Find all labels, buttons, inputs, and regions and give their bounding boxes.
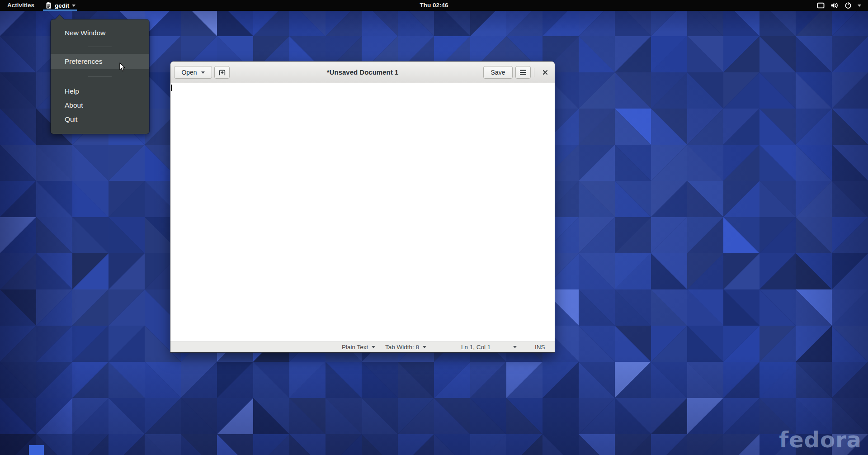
- gedit-icon: [45, 2, 52, 9]
- chevron-down-icon: [201, 71, 205, 74]
- tab-width-label: Tab Width: 8: [385, 344, 419, 351]
- chevron-down-icon: [423, 346, 426, 348]
- close-icon: [542, 69, 548, 76]
- menu-separator: [51, 40, 149, 54]
- menu-item-new-window[interactable]: New Window: [51, 26, 149, 40]
- hamburger-menu-icon: [520, 70, 526, 75]
- system-status-area[interactable]: [817, 0, 861, 11]
- gedit-window: Open *Unsaved Document 1 Save: [170, 62, 555, 352]
- gnome-top-bar: Activities gedit Thu 02:46: [0, 0, 868, 11]
- text-caret: [171, 85, 172, 91]
- menu-item-preferences[interactable]: Preferences: [51, 54, 149, 69]
- menu-item-help[interactable]: Help: [51, 84, 149, 98]
- new-document-button[interactable]: [214, 66, 230, 79]
- chevron-down-icon: [72, 5, 75, 7]
- menu-button[interactable]: [515, 66, 531, 79]
- open-button-label: Open: [181, 69, 197, 76]
- titlebar-separator: [534, 68, 534, 77]
- save-button[interactable]: Save: [483, 66, 513, 79]
- desktop: fedora Open *Unsaved Document 1 Save: [0, 0, 868, 455]
- new-document-icon: [218, 69, 226, 76]
- gedit-titlebar[interactable]: Open *Unsaved Document 1 Save: [170, 62, 555, 83]
- gedit-app-menu: New Window Preferences Help About Quit: [51, 19, 149, 134]
- power-icon: [844, 2, 852, 9]
- menu-separator: [51, 69, 149, 84]
- input-mode-indicator: INS: [535, 342, 545, 352]
- document-text-area[interactable]: [170, 83, 555, 341]
- statusbar-dropdown[interactable]: [513, 342, 517, 352]
- menu-item-about[interactable]: About: [51, 98, 149, 112]
- clock[interactable]: Thu 02:46: [420, 0, 448, 11]
- wallpaper-highlight-square: [29, 445, 44, 455]
- chevron-down-icon: [513, 346, 517, 348]
- tab-width-selector[interactable]: Tab Width: 8: [385, 342, 426, 352]
- chevron-down-icon: [858, 5, 861, 7]
- volume-icon: [830, 2, 839, 9]
- activities-button[interactable]: Activities: [5, 0, 36, 11]
- open-button[interactable]: Open: [174, 66, 212, 79]
- language-selector[interactable]: Plain Text: [342, 342, 375, 352]
- save-button-label: Save: [491, 69, 505, 76]
- mouse-cursor: [119, 62, 126, 72]
- fedora-logo: fedora: [779, 427, 862, 452]
- gedit-statusbar: Plain Text Tab Width: 8 Ln 1, Col 1 INS: [170, 341, 555, 352]
- app-menu-label: gedit: [55, 2, 69, 9]
- display-icon: [817, 2, 825, 9]
- cursor-position-label: Ln 1, Col 1: [461, 342, 491, 352]
- menu-item-quit[interactable]: Quit: [51, 112, 149, 126]
- focused-app-underline: [43, 9, 77, 11]
- window-title: *Unsaved Document 1: [327, 62, 398, 83]
- chevron-down-icon: [372, 346, 375, 348]
- close-button[interactable]: [539, 66, 552, 79]
- language-label: Plain Text: [342, 344, 368, 351]
